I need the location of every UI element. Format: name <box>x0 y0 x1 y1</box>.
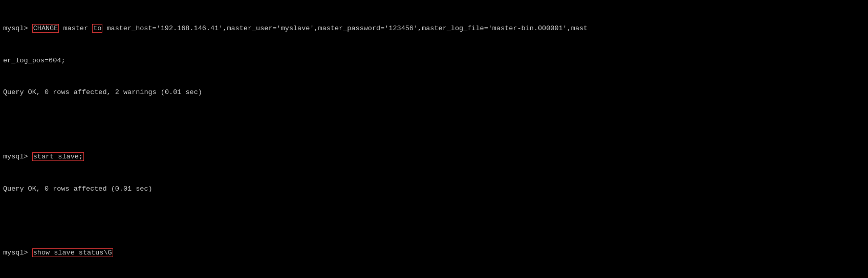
change-master-wrap: er_log_pos=604; <box>3 56 865 66</box>
change-master-rest: master to master_host='192.168.146.41',m… <box>59 24 588 33</box>
show-slave-line: mysql> show slave status\G <box>3 248 865 259</box>
start-slave-ok: Query OK, 0 rows affected (0.01 sec) <box>3 184 865 195</box>
change-master-line: mysql> CHANGE master to master_host='192… <box>3 24 865 34</box>
empty-line-1 <box>3 120 865 130</box>
empty-line-2 <box>3 216 865 226</box>
terminal-window: mysql> CHANGE master to master_host='192… <box>0 0 868 278</box>
change-highlight: CHANGE <box>32 24 59 33</box>
change-query-ok: Query OK, 0 rows affected, 2 warnings (0… <box>3 87 865 98</box>
prompt-1: mysql> <box>3 25 32 32</box>
start-slave-highlight: start slave; <box>32 152 84 161</box>
prompt-2: mysql> <box>3 153 32 160</box>
show-slave-highlight: show slave status\G <box>32 248 113 257</box>
prompt-3: mysql> <box>3 249 32 257</box>
to-highlight: to <box>92 24 102 33</box>
start-slave-line: mysql> start slave; <box>3 152 865 163</box>
